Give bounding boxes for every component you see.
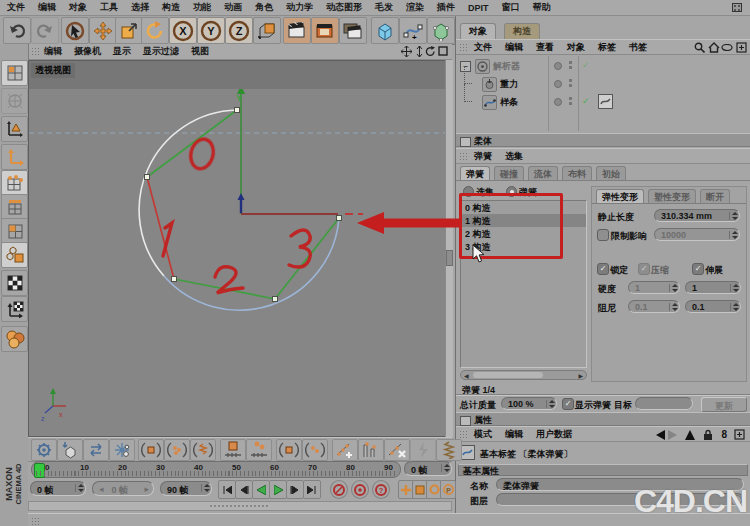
bracket-spring-icon[interactable] — [190, 439, 216, 461]
primitive-cube-icon[interactable] — [371, 17, 399, 44]
undo-icon[interactable] — [3, 17, 31, 44]
attributes-panel-header[interactable]: 属性 — [456, 412, 750, 426]
menu-window[interactable]: 窗口 — [502, 1, 520, 14]
lock-z-icon[interactable]: Z — [225, 17, 253, 44]
sb-tab-initial[interactable]: 初始 — [596, 166, 626, 180]
goto-start-icon[interactable] — [218, 480, 236, 499]
rotate-tool-icon[interactable] — [141, 17, 169, 44]
model-mode-icon[interactable] — [1, 116, 28, 142]
balls-keyline-icon[interactable] — [246, 439, 272, 461]
search-icon[interactable] — [694, 42, 705, 53]
menu-file[interactable]: 文件 — [7, 1, 25, 14]
vertex-1[interactable] — [145, 175, 150, 180]
menu-mograph[interactable]: 动态图形 — [326, 1, 362, 14]
tree-row-gravity[interactable]: 重力 — [456, 75, 750, 92]
stiffness-field-2[interactable]: 1 — [685, 281, 741, 294]
tab-plastic[interactable]: 塑性变形 — [648, 189, 696, 203]
swap-arrows-icon[interactable] — [83, 439, 109, 461]
viewport-canvas[interactable]: Y x z — [29, 89, 453, 436]
menu-structure[interactable]: 构造 — [162, 1, 180, 14]
menu-selection[interactable]: 选择 — [131, 1, 149, 14]
state-check-icon[interactable]: ✓ — [582, 60, 590, 70]
vp-menu-edit[interactable]: 编辑 — [44, 45, 62, 58]
scroll-right-icon[interactable]: ▶ — [578, 372, 583, 379]
damping-field-1[interactable]: 0.1 — [628, 300, 680, 313]
sb-tab-cloth[interactable]: 布料 — [562, 166, 592, 180]
texture-axis-mode-icon[interactable] — [1, 296, 28, 322]
tree-row-spline[interactable]: 样条 ✓ — [456, 93, 750, 110]
spline-pen-icon[interactable]: + — [399, 17, 427, 44]
cube-keyline-icon[interactable] — [220, 439, 246, 461]
enable-dot[interactable] — [554, 62, 562, 70]
enable-dot[interactable] — [554, 80, 562, 88]
viewport-scrollbar-handle[interactable] — [446, 250, 453, 266]
coordinate-system-icon[interactable] — [253, 17, 281, 44]
object-axis-mode-icon[interactable] — [1, 144, 28, 170]
softbody-spring-tag-icon[interactable] — [598, 94, 613, 109]
use-object-axis-icon[interactable] — [1, 242, 28, 268]
play-backwards-icon[interactable] — [252, 480, 270, 499]
enable-dot[interactable] — [554, 98, 562, 106]
frame-slider[interactable]: ◂0 帧▸ — [92, 481, 154, 496]
show-springs-checkbox[interactable]: ✓ — [562, 398, 574, 410]
menu-objects[interactable]: 对象 — [69, 1, 87, 14]
vp-menu-display[interactable]: 显示 — [113, 45, 131, 58]
attr-menu-edit[interactable]: 编辑 — [505, 428, 523, 441]
scale-tool-icon[interactable] — [115, 17, 143, 44]
om-menu-file[interactable]: 文件 — [474, 41, 492, 54]
redo-icon[interactable] — [31, 17, 59, 44]
bracket-cube-2-icon[interactable] — [276, 439, 302, 461]
maximize-icon[interactable] — [438, 46, 448, 56]
lock-y-icon[interactable]: Y — [197, 17, 225, 44]
panel-grip[interactable] — [31, 517, 40, 526]
menu-dynamics[interactable]: 动力学 — [286, 1, 313, 14]
attr-menu-userdata[interactable]: 用户数据 — [536, 428, 572, 441]
limit-checkbox[interactable]: ✓ — [597, 229, 609, 241]
forward-arrow-icon[interactable] — [668, 430, 677, 440]
panel-grip[interactable] — [31, 47, 40, 57]
timeline-ruler[interactable]: 0 10 20 30 40 50 60 70 80 90 — [31, 461, 401, 478]
visibility-dots[interactable] — [568, 78, 573, 89]
menu-character[interactable]: 角色 — [255, 1, 273, 14]
graph-add-icon[interactable] — [332, 439, 358, 461]
render-settings-icon[interactable] — [339, 17, 367, 44]
om-menu-tags[interactable]: 标签 — [598, 41, 616, 54]
softbody-panel-header[interactable]: 柔体 — [456, 133, 750, 147]
bracket-balls-icon[interactable] — [164, 439, 190, 461]
perspective-viewport[interactable]: 透视视图 Y — [28, 60, 452, 437]
attr-menu-mode[interactable]: 模式 — [474, 428, 492, 441]
vertex-4[interactable] — [337, 216, 342, 221]
texture-mode-icon[interactable] — [1, 270, 28, 296]
lock-checkbox[interactable]: ✓ — [597, 263, 609, 275]
tree-row-solver[interactable]: – 解析器 ✓ — [456, 57, 750, 74]
splitter-handle[interactable] — [209, 504, 269, 508]
vp-menu-camera[interactable]: 摄像机 — [74, 45, 101, 58]
menu-functions[interactable]: 功能 — [193, 1, 211, 14]
start-frame-field[interactable]: 0 帧 — [30, 481, 86, 496]
add-layer-icon[interactable] — [736, 42, 747, 53]
bracket-balls-2-icon[interactable] — [302, 439, 328, 461]
back-arrow-icon[interactable] — [656, 430, 665, 440]
point-mode-icon[interactable] — [1, 170, 28, 196]
move-tool-icon[interactable] — [89, 17, 117, 44]
autokey-icon[interactable] — [351, 480, 369, 499]
goto-end-icon[interactable] — [303, 480, 321, 499]
update-button[interactable]: 更新 — [701, 397, 747, 412]
panel-grip[interactable] — [459, 152, 468, 162]
snowflake-icon[interactable] — [109, 439, 135, 461]
limit-field[interactable]: 10000 — [654, 228, 740, 241]
vp-menu-view[interactable]: 视图 — [191, 45, 209, 58]
drop-cube-icon[interactable] — [57, 439, 83, 461]
damping-field-2[interactable]: 0.1 — [685, 300, 741, 313]
om-menu-objects[interactable]: 对象 — [567, 41, 585, 54]
spring-list-scrollbar[interactable]: ◀ ▶ — [460, 370, 587, 380]
panel-grip[interactable] — [459, 43, 468, 53]
prev-key-icon[interactable] — [235, 480, 253, 499]
stretch-checkbox[interactable]: ✓ — [692, 263, 704, 275]
vertex-3[interactable] — [273, 297, 278, 302]
zoom-icon[interactable] — [415, 46, 424, 57]
lock-x-icon[interactable]: X — [169, 17, 197, 44]
visibility-dots[interactable] — [568, 60, 573, 71]
visibility-dots[interactable] — [568, 96, 573, 107]
menu-tools[interactable]: 工具 — [100, 1, 118, 14]
